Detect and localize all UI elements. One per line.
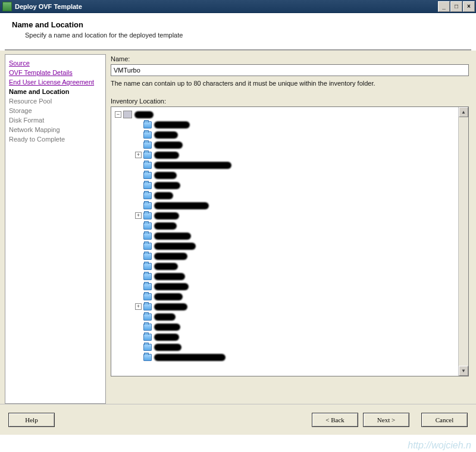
tree-item[interactable] xyxy=(115,200,456,211)
folder-icon xyxy=(143,354,152,361)
close-button[interactable]: × xyxy=(463,1,475,12)
folder-icon xyxy=(143,334,152,341)
name-input[interactable] xyxy=(111,64,469,76)
folder-icon xyxy=(143,233,152,240)
tree-item[interactable] xyxy=(115,190,456,200)
folder-icon xyxy=(143,131,152,139)
folder-icon xyxy=(143,293,152,300)
folder-icon xyxy=(143,202,152,209)
inventory-tree[interactable]: −+++ ▲ ▼ xyxy=(111,106,469,376)
scroll-up-button[interactable]: ▲ xyxy=(459,107,468,117)
tree-item[interactable]: + xyxy=(115,150,456,160)
folder-icon xyxy=(143,142,152,149)
back-button[interactable]: < Back xyxy=(312,413,358,427)
tree-item[interactable] xyxy=(115,241,456,251)
tree-item[interactable] xyxy=(115,352,456,362)
step-ready: Ready to Complete xyxy=(9,136,102,143)
tree-item[interactable] xyxy=(115,312,456,322)
tree-item[interactable] xyxy=(115,251,456,261)
folder-icon xyxy=(143,344,152,351)
folder-icon xyxy=(143,243,152,250)
folder-icon xyxy=(143,283,152,290)
tree-item[interactable] xyxy=(115,322,456,332)
page-title: Name and Location xyxy=(12,20,464,29)
folder-icon xyxy=(143,182,152,189)
step-source[interactable]: Source xyxy=(9,59,102,67)
wizard-body: Source OVF Template Details End User Lic… xyxy=(0,51,476,404)
folder-icon xyxy=(143,303,152,310)
page-subtitle: Specify a name and location for the depl… xyxy=(25,32,464,39)
step-storage: Storage xyxy=(9,107,102,114)
step-network-mapping: Network Mapping xyxy=(9,126,102,133)
tree-item[interactable] xyxy=(115,342,456,352)
minimize-button[interactable]: _ xyxy=(438,1,450,12)
step-disk-format: Disk Format xyxy=(9,117,102,124)
tree-item[interactable] xyxy=(115,231,456,241)
tree-root-node[interactable]: − xyxy=(115,109,456,120)
help-button[interactable]: Help xyxy=(8,413,55,427)
tree-item[interactable] xyxy=(115,160,456,170)
folder-icon xyxy=(143,324,152,331)
folder-icon xyxy=(143,263,152,270)
scroll-track[interactable] xyxy=(459,117,468,366)
wizard-steps: Source OVF Template Details End User Lic… xyxy=(5,54,106,404)
scrollbar[interactable]: ▲ ▼ xyxy=(458,107,468,376)
app-icon xyxy=(2,2,12,11)
tree-item[interactable] xyxy=(115,140,456,150)
folder-icon xyxy=(143,192,152,199)
step-eula[interactable]: End User License Agreement xyxy=(9,79,102,86)
folder-icon xyxy=(143,253,152,260)
expander-icon[interactable]: + xyxy=(135,152,142,158)
maximize-button[interactable]: □ xyxy=(450,1,462,12)
scroll-down-button[interactable]: ▼ xyxy=(459,366,468,376)
tree-item[interactable] xyxy=(115,281,456,291)
tree-item[interactable] xyxy=(115,221,456,231)
name-hint: The name can contain up to 80 characters… xyxy=(111,80,469,87)
step-ovf-details[interactable]: OVF Template Details xyxy=(9,69,102,76)
folder-icon xyxy=(143,121,152,128)
button-bar: Help < Back Next > Cancel xyxy=(0,404,476,435)
expander-icon[interactable]: + xyxy=(135,212,142,219)
expander-icon[interactable]: − xyxy=(115,111,121,118)
cancel-button[interactable]: Cancel xyxy=(421,413,468,427)
step-name-location[interactable]: Name and Location xyxy=(9,88,102,95)
tree-item[interactable]: + xyxy=(115,302,456,312)
tree-item[interactable] xyxy=(115,261,456,271)
folder-icon xyxy=(143,172,152,179)
window-title: Deploy OVF Template xyxy=(15,3,82,10)
folder-icon xyxy=(143,162,152,169)
folder-icon xyxy=(143,313,152,321)
tree-item[interactable] xyxy=(115,332,456,342)
titlebar: Deploy OVF Template _ □ × xyxy=(0,0,476,13)
main-panel: Name: The name can contain up to 80 char… xyxy=(111,54,471,404)
tree-item[interactable] xyxy=(115,130,456,140)
folder-icon xyxy=(143,273,152,280)
tree-item[interactable] xyxy=(115,180,456,190)
tree-item[interactable] xyxy=(115,291,456,302)
step-resource-pool: Resource Pool xyxy=(9,98,102,105)
name-label: Name: xyxy=(111,55,469,62)
next-button[interactable]: Next > xyxy=(363,413,409,427)
tree-item[interactable] xyxy=(115,170,456,180)
tree-item[interactable] xyxy=(115,120,456,130)
folder-icon xyxy=(143,212,152,219)
folder-icon xyxy=(143,222,152,230)
datacenter-icon xyxy=(123,111,132,118)
inventory-label: Inventory Location: xyxy=(111,98,469,105)
expander-icon[interactable]: + xyxy=(135,303,142,310)
tree-item[interactable] xyxy=(115,271,456,281)
watermark: http://wojcieh.n xyxy=(408,440,471,451)
folder-icon xyxy=(143,152,152,159)
tree-item[interactable]: + xyxy=(115,211,456,221)
header: Name and Location Specify a name and loc… xyxy=(0,13,476,49)
